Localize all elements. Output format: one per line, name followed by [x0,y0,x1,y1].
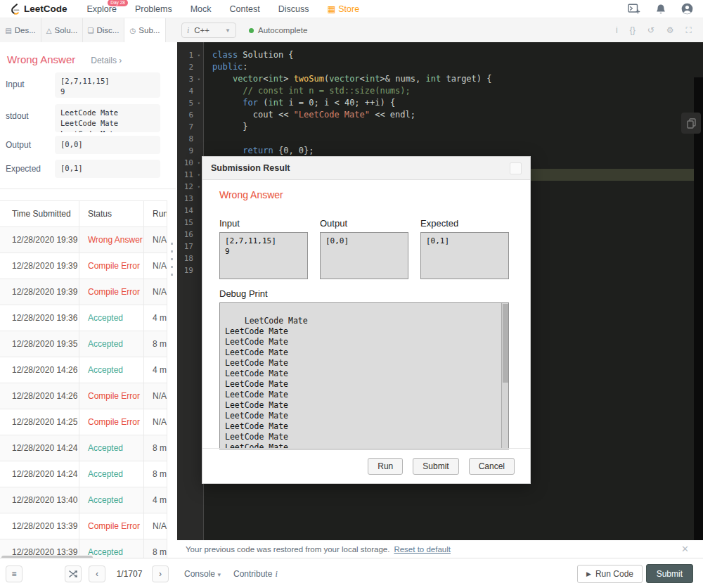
line-number: 2 [177,61,203,73]
cell-runtime: N/A [144,383,167,409]
prev-problem-button[interactable]: ‹ [89,565,105,582]
nav-item-explore[interactable]: ExploreDay 28 [87,4,117,14]
debug-scrollbar[interactable] [501,303,508,449]
braces-icon[interactable]: {} [630,25,636,35]
settings-icon[interactable]: ⚙ [666,25,674,35]
table-row[interactable]: 12/28/2020 19:39Compile ErrorN/A [0,279,167,305]
cell-runtime: 4 ms [144,305,167,331]
cell-status[interactable]: Accepted [79,331,144,357]
table-row[interactable]: 12/28/2020 13:39Compile ErrorN/A [0,513,167,539]
nav-item-store[interactable]: ▦Store [327,4,359,14]
field-value-output[interactable]: [0,0] [55,136,160,154]
problem-list-button[interactable]: ≡ [6,565,22,582]
reset-icon[interactable]: ↺ [647,25,654,35]
fold-caret-icon[interactable]: ▾ [193,74,200,86]
leetcode-logo[interactable]: LeetCode [10,3,67,15]
table-row[interactable]: 12/28/2020 14:26Accepted4 ms [0,357,167,383]
autocomplete-label: Autocomplete [258,26,307,34]
line-number-value: 18 [178,253,193,264]
cell-status[interactable]: Compile Error [79,513,144,539]
panel-resize-handle[interactable] [171,243,173,276]
cell-time-submitted: 12/28/2020 14:25 [0,409,79,435]
nav-item-discuss[interactable]: Discuss [278,4,309,14]
line-number: 18 [177,253,203,264]
field-value-input[interactable]: [2,7,11,15] 9 [55,72,160,98]
modal-expected-value[interactable]: [0,1] [420,232,509,279]
reset-to-default-link[interactable]: Reset to default [394,545,451,554]
code-token: ( [258,98,268,108]
table-row[interactable]: 12/28/2020 19:39Wrong AnswerN/A [0,227,167,253]
notifications-bell-icon[interactable] [656,4,666,15]
language-select[interactable]: i C++ ▼ [181,23,236,38]
cell-status[interactable]: Accepted [79,435,144,461]
tab-disc[interactable]: ❏Disc... [83,18,124,42]
fullscreen-icon[interactable]: ⛶ [686,25,692,35]
nav-item-contest[interactable]: Contest [230,4,260,14]
fold-caret-icon[interactable]: ▾ [193,181,200,193]
cell-time-submitted: 12/28/2020 13:40 [0,487,79,513]
modal-cancel-button[interactable]: Cancel [469,458,515,475]
table-row[interactable]: 12/28/2020 14:24Accepted8 ms [0,461,167,487]
close-icon[interactable]: ✕ [681,544,695,554]
code-token: for [243,98,258,108]
field-value-expected[interactable]: [0,1] [55,160,160,178]
table-row[interactable]: 12/28/2020 14:26Compile ErrorN/A [0,383,167,409]
cell-status[interactable]: Compile Error [79,253,144,279]
cell-status[interactable]: Wrong Answer [79,227,144,253]
interview-terminal-icon[interactable] [628,4,640,14]
details-link[interactable]: Details › [91,56,122,65]
editor-scrollbar[interactable] [694,77,703,540]
cell-status[interactable]: Accepted [79,357,144,383]
table-row[interactable]: 12/28/2020 19:35Accepted8 ms [0,331,167,357]
fold-caret-icon[interactable]: ▾ [193,50,200,62]
nav-item-problems[interactable]: Problems [135,4,172,14]
copy-code-button[interactable] [681,113,701,134]
fold-caret-icon[interactable]: ▾ [193,98,200,110]
autocomplete-indicator[interactable]: Autocomplete [249,18,307,42]
table-row[interactable]: 12/28/2020 13:40Accepted4 ms [0,487,167,513]
nav-item-mock[interactable]: Mock [191,4,212,14]
table-row[interactable]: 12/28/2020 14:24Accepted8 ms [0,435,167,461]
code-token: class [212,50,238,60]
tab-sub[interactable]: ◷Sub... [124,18,166,42]
table-row[interactable]: 12/28/2020 19:39Compile ErrorN/A [0,253,167,279]
run-code-button[interactable]: ▶ Run Code [577,565,643,583]
line-number-value: 5 [178,97,193,109]
console-toggle[interactable]: Console ▾ [184,565,221,583]
fold-caret-icon[interactable]: ▾ [193,158,200,170]
restore-notification: Your previous code was restored from you… [177,540,703,558]
code-token: >& nums, [380,74,426,84]
tab-solu[interactable]: △Solu... [41,18,83,42]
cell-runtime: N/A [144,409,167,435]
info-icon[interactable]: i [616,25,618,35]
modal-close-button[interactable] [510,162,522,174]
code-line: class Solution { [212,49,693,61]
fold-caret-icon[interactable]: ▾ [193,170,200,181]
description-icon: ▤ [5,27,11,34]
tab-des[interactable]: ▤Des... [0,18,41,42]
modal-output-value[interactable]: [0,0] [320,232,408,279]
shuffle-button[interactable] [65,565,82,582]
contribute-link[interactable]: Contributei [233,565,278,582]
line-number-value: 6 [178,109,193,121]
cell-status[interactable]: Accepted [79,487,144,513]
modal-submit-button[interactable]: Submit [413,458,458,475]
code-token: 0 [309,98,314,108]
cell-status[interactable]: Compile Error [79,409,144,435]
cell-status[interactable]: Accepted [79,305,144,331]
modal-run-button[interactable]: Run [368,458,403,475]
modal-input-value[interactable]: [2,7,11,15] 9 [219,232,308,279]
copy-icon [687,118,696,129]
cell-status[interactable]: Compile Error [79,383,144,409]
field-value-stdout[interactable]: LeetCode Mate LeetCode Mate LeetCode Mat… [55,104,160,132]
user-avatar-icon[interactable] [681,3,693,15]
next-problem-button[interactable]: › [152,565,169,582]
cell-status[interactable]: Accepted [79,461,144,487]
code-line: for (int i = 0; i < 40; ++i) { [212,97,693,109]
submit-button[interactable]: Submit [646,564,693,583]
modal-header[interactable]: Submission Result [202,157,530,180]
table-row[interactable]: 12/28/2020 14:25Compile ErrorN/A [0,409,167,435]
cell-status[interactable]: Compile Error [79,279,144,305]
table-row[interactable]: 12/28/2020 19:36Accepted4 ms [0,305,167,331]
modal-debug-output[interactable]: LeetCode Mate LeetCode Mate LeetCode Mat… [219,302,509,449]
